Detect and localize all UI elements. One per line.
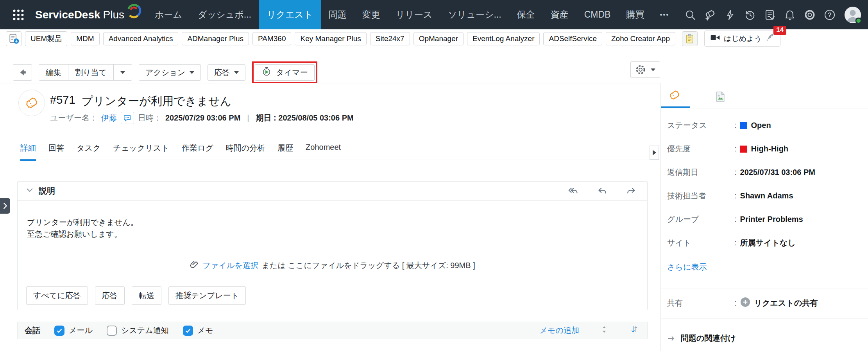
reply-dropdown-button[interactable]: 応答 bbox=[208, 64, 245, 81]
tab-details[interactable]: 詳細 bbox=[20, 143, 36, 161]
site-value: 所属サイトなし bbox=[740, 238, 796, 248]
field-label: サイト bbox=[667, 238, 734, 248]
history-icon[interactable] bbox=[744, 9, 756, 21]
note-checkbox[interactable] bbox=[183, 326, 193, 336]
show-more-link[interactable]: さらに表示 bbox=[667, 262, 707, 272]
nav-item-cmdb[interactable]: CMDB bbox=[576, 0, 619, 29]
app-chip-site24x7[interactable]: Site24x7 bbox=[370, 32, 410, 45]
notifications-icon[interactable] bbox=[784, 9, 796, 21]
page-settings-dropdown[interactable] bbox=[630, 61, 660, 78]
forward-button[interactable]: 転送 bbox=[132, 286, 161, 305]
servicedesk-plus-logo[interactable]: ServiceDesk Plus bbox=[35, 5, 141, 24]
collapse-chevron-icon[interactable] bbox=[26, 187, 33, 194]
edit-assign-group: 編集 割り当て bbox=[39, 64, 132, 81]
clipboard-icon[interactable] bbox=[682, 31, 698, 46]
field-reply-due: 返信期日 : 2025/07/31 03:06 PM bbox=[667, 167, 868, 178]
nav-label: 資産 bbox=[551, 9, 569, 21]
new-item-icon[interactable] bbox=[6, 31, 21, 46]
nav-item-home[interactable]: ホーム bbox=[147, 0, 190, 29]
search-icon[interactable] bbox=[684, 9, 696, 21]
sidebar-tab-image[interactable] bbox=[707, 91, 735, 108]
reply-all-icon[interactable] bbox=[567, 185, 579, 196]
attachment-dropzone[interactable]: ファイルを選択 または ここにファイルをドラッグする [ 最大サイズ: 99MB… bbox=[18, 255, 647, 276]
nav-item-releases[interactable]: リリース bbox=[388, 0, 440, 29]
add-note-link[interactable]: メモの追加 bbox=[540, 325, 579, 336]
associate-problem-link[interactable]: 問題の関連付け bbox=[667, 333, 862, 344]
help-icon[interactable]: ? bbox=[824, 9, 836, 21]
reply-button[interactable]: 応答 bbox=[95, 286, 125, 305]
nav-item-problems[interactable]: 問題 bbox=[321, 0, 354, 29]
suggested-templates-button[interactable]: 推奨テンプレート bbox=[168, 286, 246, 305]
check-icon bbox=[56, 327, 63, 334]
app-chip-eventlog[interactable]: EventLog Analyzer bbox=[467, 32, 540, 45]
app-chip-uem[interactable]: UEM製品 bbox=[25, 31, 67, 46]
expand-collapse-icon[interactable] bbox=[600, 325, 609, 336]
forward-icon[interactable] bbox=[625, 185, 637, 196]
tab-checklist[interactable]: チェックリスト bbox=[113, 143, 169, 161]
left-panel-expander[interactable] bbox=[0, 198, 10, 214]
app-chip-zoho-creator[interactable]: Zoho Creator App bbox=[606, 32, 675, 45]
app-grid-icon[interactable] bbox=[12, 8, 25, 22]
reply-all-button[interactable]: すべてに応答 bbox=[26, 286, 88, 305]
filter-system-label: システム通知 bbox=[121, 325, 169, 336]
share-request-label[interactable]: リクエストの共有 bbox=[754, 298, 818, 308]
edit-button[interactable]: 編集 bbox=[39, 65, 68, 80]
sort-order-icon[interactable] bbox=[629, 324, 639, 337]
assign-dropdown-button[interactable] bbox=[113, 65, 132, 80]
nav-item-changes[interactable]: 変更 bbox=[354, 0, 388, 29]
mail-checkbox[interactable] bbox=[54, 326, 64, 336]
app-chip-admanager[interactable]: ADManager Plus bbox=[182, 32, 249, 45]
servicedesk-plus-screen: ServiceDesk Plus ホーム ダッシュボ... リクエスト 問題 変… bbox=[0, 0, 868, 351]
app-chip-advanced-analytics[interactable]: Advanced Analytics bbox=[103, 32, 179, 45]
tab-resolution[interactable]: 回答 bbox=[48, 143, 64, 161]
tab-zohomeet[interactable]: Zohomeet bbox=[306, 143, 341, 161]
chat-icon[interactable] bbox=[121, 112, 134, 124]
quick-actions-icon[interactable] bbox=[724, 9, 736, 21]
filter-note[interactable]: メモ bbox=[183, 325, 213, 336]
nav-item-purchase[interactable]: 購買 bbox=[618, 0, 652, 29]
tabs-divider bbox=[16, 160, 660, 160]
assign-button[interactable]: 割り当て bbox=[68, 65, 113, 80]
nav-item-requests[interactable]: リクエスト bbox=[259, 0, 321, 29]
description-line: プリンターが利用できません。 bbox=[27, 216, 638, 228]
user-avatar[interactable] bbox=[844, 6, 862, 24]
actions-dropdown-button[interactable]: アクション bbox=[139, 64, 201, 81]
add-share-icon[interactable] bbox=[740, 297, 750, 309]
filter-mail-label: メール bbox=[69, 325, 93, 336]
reply-icon[interactable] bbox=[596, 185, 608, 196]
app-chip-adselfservice[interactable]: ADSelfService bbox=[543, 32, 602, 45]
settings-icon[interactable] bbox=[804, 9, 816, 21]
nav-item-assets[interactable]: 資産 bbox=[543, 0, 576, 29]
field-technician: 技術担当者 : Shawn Adams bbox=[667, 191, 868, 201]
share-value-wrap[interactable]: リクエストの共有 bbox=[740, 297, 818, 309]
timer-button[interactable]: タイマー bbox=[255, 64, 314, 81]
tab-label: チェックリスト bbox=[113, 144, 169, 152]
tasks-icon[interactable] bbox=[764, 9, 776, 21]
app-chip-pam360[interactable]: PAM360 bbox=[252, 32, 291, 45]
nav-label: 変更 bbox=[362, 9, 380, 21]
nav-overflow-menu[interactable]: ••• bbox=[652, 0, 677, 29]
filter-mail[interactable]: メール bbox=[54, 325, 93, 336]
getting-started-button[interactable]: はじめよう 14 bbox=[704, 31, 780, 47]
app-chip-opmanager[interactable]: OpManager bbox=[413, 32, 464, 45]
tab-tasks[interactable]: タスク bbox=[77, 143, 100, 161]
tab-worklog[interactable]: 作業ログ bbox=[182, 143, 213, 161]
tab-label: タスク bbox=[77, 144, 100, 152]
app-chip-key-manager[interactable]: Key Manager Plus bbox=[295, 32, 366, 45]
choose-file-link[interactable]: ファイルを選択 bbox=[202, 260, 258, 271]
tab-history[interactable]: 履歴 bbox=[277, 143, 293, 161]
nav-item-maintenance[interactable]: 保全 bbox=[509, 0, 543, 29]
app-chip-mdm[interactable]: MDM bbox=[71, 32, 99, 45]
system-notification-checkbox[interactable] bbox=[107, 326, 117, 336]
nav-item-dashboard[interactable]: ダッシュボ... bbox=[190, 0, 259, 29]
nav-label: ホーム bbox=[155, 9, 182, 21]
sidebar-tab-properties[interactable] bbox=[661, 89, 690, 108]
back-button[interactable] bbox=[13, 64, 32, 81]
svg-text:?: ? bbox=[828, 11, 832, 18]
tab-time-analysis[interactable]: 時間の分析 bbox=[226, 143, 265, 161]
requester-link[interactable]: 伊藤 bbox=[101, 113, 117, 123]
tab-scroll-right-button[interactable] bbox=[650, 146, 659, 160]
filter-system-notification[interactable]: システム通知 bbox=[107, 325, 169, 336]
add-request-icon[interactable] bbox=[704, 9, 716, 21]
nav-item-solutions[interactable]: ソリューシ... bbox=[440, 0, 509, 29]
